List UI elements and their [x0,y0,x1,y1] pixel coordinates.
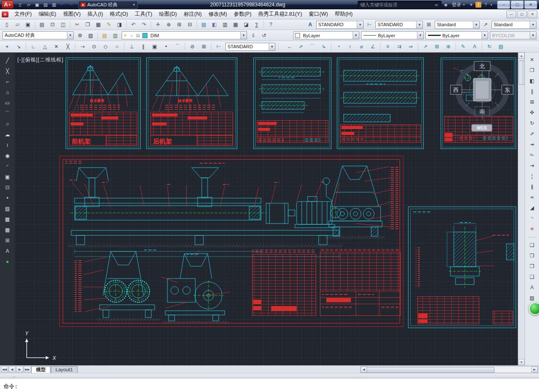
move-icon[interactable]: ✜ [527,108,538,118]
snap-node-icon[interactable]: • [161,42,172,51]
hatch-to-back-icon[interactable]: ▨ [527,293,538,303]
layer-states-manager-icon[interactable]: ▥ [110,31,120,40]
menu-item-1[interactable]: 编辑(E) [35,9,60,19]
messenger-status-badge[interactable] [529,302,539,315]
scale-icon[interactable]: ⇗ [527,129,538,139]
plot-icon[interactable]: ▤ [37,20,47,29]
copy-object-icon[interactable]: ❐ [527,66,538,75]
polygon-icon[interactable]: ⌂ [2,88,13,97]
line-icon[interactable]: ╱ [2,56,13,66]
radius-dimension-icon[interactable]: ◔ [333,42,344,51]
snap-quadrant-icon[interactable]: ◇ [100,42,111,51]
help-icon[interactable]: ? [266,20,276,29]
undo-icon[interactable]: ↶ [58,1,67,8]
binoculars-icon[interactable]: ∞ [433,2,440,7]
cut-icon[interactable]: ✂ [72,20,82,29]
bring-above-objects-icon[interactable]: ❐ [527,262,538,271]
menu-item-0[interactable]: 文件(F) [11,9,35,19]
workspaces-combo[interactable]: AutoCAD 经典▼ [3,31,74,39]
menu-item-5[interactable]: 工具(T) [131,9,156,19]
block-editor-icon[interactable]: ◨ [114,20,125,29]
scroll-left-button[interactable]: ◀ [361,367,367,373]
linear-dimension-icon[interactable]: ↔ [284,42,295,51]
continue-dimension-icon[interactable]: ⇒ [405,42,416,51]
angular-dimension-icon[interactable]: ∠ [367,42,378,51]
gradient-icon[interactable]: ▩ [2,215,13,224]
quick-calc-icon[interactable]: ∑ [252,20,262,29]
offset-icon[interactable]: ∥ [527,87,538,97]
workspace-save-icon[interactable]: ▧ [86,31,96,40]
explode-icon[interactable]: ✳ [527,224,538,234]
menu-item-8[interactable]: 修改(M) [205,9,231,19]
redo-icon[interactable]: ↷ [139,20,149,29]
save-file-icon[interactable]: ▣ [33,1,41,8]
open-file-icon[interactable]: ▱ [25,1,33,8]
layer-on-icon[interactable]: ☀ [122,33,128,38]
scroll-up-button[interactable]: ▲ [518,52,525,59]
scroll-right-button[interactable]: ▶ [531,367,538,373]
minimize-button[interactable]: – [497,0,510,9]
snap-nearest-icon[interactable]: ⌒ [172,42,183,51]
plot-icon[interactable]: ▤ [42,1,50,8]
horizontal-scroll-thumb[interactable] [367,367,495,373]
snap-insert-icon[interactable]: ▣ [149,42,160,51]
break-icon[interactable]: ∦ [527,182,538,192]
mdi-close-button[interactable]: ✕ [528,11,537,18]
zoom-realtime-icon[interactable]: ⊕ [164,20,174,29]
layer-combo[interactable]: ☀ ☼ ▤ DIM ▼ [122,31,247,39]
region-icon[interactable]: ▦ [2,225,13,235]
next-tab-button[interactable]: ▶ [16,366,23,373]
workspace-switcher[interactable]: A AutoCAD 经典 ▼ [78,1,138,9]
chamfer-icon[interactable]: ◢ [527,203,538,213]
undo-icon[interactable]: ↶ [128,20,139,29]
menu-item-7[interactable]: 标注(N) [181,9,205,19]
workspace-settings-icon[interactable]: ⚙ [75,31,85,40]
mdi-restore-button[interactable]: ▢ [517,11,527,18]
chevron-down-icon[interactable]: ▼ [240,32,247,39]
drawing-file-icon[interactable]: A [2,11,8,17]
color-control-combo[interactable]: ByLayer▼ [293,31,359,39]
viewport-controls[interactable]: [-][俯视][二维线框] [17,56,64,63]
open-file-icon[interactable]: ▱ [12,20,22,29]
command-window-grip[interactable]: … [0,373,539,378]
design-center-icon[interactable]: ◧ [209,20,219,29]
quick-dimension-icon[interactable]: ≡ [382,42,393,51]
last-tab-button[interactable]: ▶▶ [24,366,31,373]
first-tab-button[interactable]: ◀◀ [1,366,8,373]
pan-icon[interactable]: ✛ [153,20,163,29]
drawing-canvas[interactable]: [-][俯视][二维线框] .cy{stroke:#25c9dc;fill:no… [15,52,518,365]
temporary-track-point-icon[interactable]: ⌖ [2,42,13,51]
snap-extension-icon[interactable]: ⇢ [77,42,88,51]
drawing-viewport[interactable]: .cy{stroke:#25c9dc;fill:none;stroke-widt… [15,52,518,365]
point-icon[interactable]: • [2,193,13,203]
send-under-objects-icon[interactable]: ❑ [527,272,538,282]
aligned-dimension-icon[interactable]: ⇗ [295,42,306,51]
snap-apparent-intersection-icon[interactable]: ╳ [62,42,73,51]
jogged-dimension-icon[interactable]: ≀ [345,42,356,51]
help-search-box[interactable]: ∞ [358,1,442,9]
snap-center-icon[interactable]: ⊙ [89,42,100,51]
center-mark-icon[interactable]: ⊕ [443,42,454,51]
sign-in-button[interactable]: 登录 ▼ [450,2,467,8]
snap-parallel-icon[interactable]: ∥ [138,42,149,51]
snap-none-icon[interactable]: ⊘ [187,42,198,51]
publish-icon[interactable]: ◫ [58,20,68,29]
print-preview-icon[interactable]: ⊡ [47,20,58,29]
trim-icon[interactable]: ✁ [527,150,538,160]
polyline-icon[interactable]: ⌐ [2,77,13,87]
app-menu-button[interactable]: A▼ [2,0,14,9]
markup-set-manager-icon[interactable]: ◪ [241,20,251,29]
rectangle-icon[interactable]: ▭ [2,98,13,108]
zoom-previous-icon[interactable]: ⊟ [185,20,195,29]
arc-icon[interactable]: ⌒ [2,109,13,119]
extend-icon[interactable]: ⇥ [527,161,538,171]
diameter-dimension-icon[interactable]: ⌀ [356,42,367,51]
snap-perpendicular-icon[interactable]: ⊥ [126,42,137,51]
text-to-front-icon[interactable]: A [527,283,538,293]
menu-item-10[interactable]: 燕秀工具箱2.81(Y) [255,9,306,19]
make-object-layer-current-icon[interactable]: ⇩ [248,31,258,40]
snap-tangent-icon[interactable]: ○ [111,42,122,51]
match-properties-icon[interactable]: ✎ [104,20,114,29]
tab-layout1[interactable]: Layout1 [51,366,78,373]
dimension-style-icon[interactable]: ▤ [495,42,506,51]
